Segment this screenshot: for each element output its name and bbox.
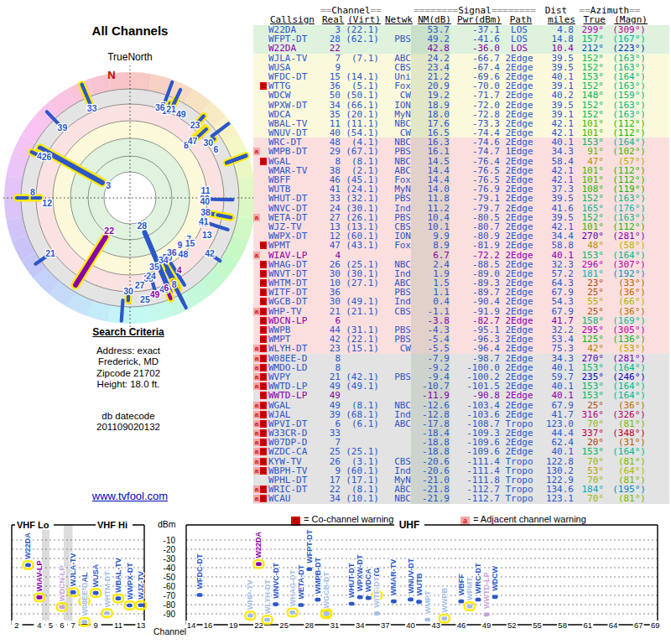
co-warning-icon: [260, 176, 267, 184]
adjacent-warning-icon: a: [253, 420, 260, 428]
chart-callsign-label: WMPB-DT: [314, 557, 322, 594]
radar-channel-label: 21: [166, 104, 176, 114]
true-azimuth-cell: 153°: [574, 447, 604, 456]
pwr-dbm-cell: -72.0: [450, 101, 500, 110]
co-warning-icon: C: [260, 382, 267, 390]
magnetic-azimuth-cell: (53°): [604, 344, 648, 353]
chart-callsign-label: WHTM-DT: [103, 571, 112, 607]
tvfool-link[interactable]: www.tvfool.com: [46, 490, 214, 502]
station-table: ==Channel== ========Signal======== Dist …: [253, 7, 669, 504]
radar-channel-label: 36: [167, 247, 177, 257]
adjacent-warning-icon: a: [253, 382, 260, 390]
table-row: aCW33CR-D33-18.4-109.32Edge44.4337°(348°…: [253, 428, 669, 438]
radar-title: All Channels: [21, 23, 239, 38]
co-warning-icon: [260, 35, 267, 43]
radar-channel-label: 33: [87, 103, 97, 113]
co-warning-icon: [260, 476, 267, 484]
nm-db-cell: 42.8: [411, 44, 450, 53]
table-row: WRC-DT48(4.1)NBC16.3-74.62Edge40.1153°(1…: [253, 138, 669, 147]
network-cell: PBS: [379, 372, 411, 382]
vhf-signal-chart: VHF LoVHF HidBm-10-20-30-40-50-60-70-80-…: [2, 513, 179, 644]
network-cell: ABC: [379, 419, 411, 428]
radar-channel-label: 42: [205, 248, 215, 258]
real-channel-cell: 30: [320, 297, 341, 306]
dbm-tick-label: -10: [164, 536, 176, 545]
table-row: CWGAL8(8.1)NBC14.5-76.42Edge58.447°(57°): [253, 157, 669, 166]
adjacent-warning-icon: [253, 392, 260, 399]
virtual-channel-cell: (50.1): [341, 91, 379, 100]
radar-channel-label: 28: [138, 221, 148, 231]
co-warning-icon: C: [260, 261, 267, 268]
network-cell: PBS: [379, 34, 411, 44]
path-cell: Tropo: [500, 494, 538, 503]
adjacent-warning-icon: [253, 279, 260, 287]
pwr-dbm-cell: -103.4: [450, 401, 500, 410]
magnetic-azimuth-cell: (164°): [604, 391, 648, 400]
radar-channel-label: 15: [185, 238, 195, 248]
table-row: aCW07DP-D7-18.8-109.62Edge62.420°(31°): [253, 438, 669, 447]
virtual-channel-cell: (27.1): [341, 278, 379, 288]
co-warning-icon: C: [260, 82, 267, 90]
magnetic-azimuth-cell: (36°): [604, 401, 648, 410]
adjacent-warning-icon: a: [253, 364, 260, 371]
channel-tick-label: 46: [457, 621, 466, 630]
nm-db-cell: -21.9: [411, 494, 450, 503]
dbm-tick-label: -70: [164, 591, 176, 600]
true-azimuth-cell: 148°: [574, 91, 604, 100]
radar-channel-label: 12: [42, 198, 52, 208]
table-row: WBAL-TV11(11.1)NBC17.6-73.32Edge42.1101°…: [253, 119, 669, 128]
virtual-channel-cell: (32.1): [341, 194, 379, 203]
path-cell: 2Edge: [500, 401, 538, 410]
radar-channel-label: 39: [58, 122, 68, 132]
adjacent-warning-icon: a: [253, 486, 260, 493]
adjacent-warning-icon: a: [253, 411, 260, 418]
channel-tick-label: 49: [482, 621, 492, 630]
callsign-cell: W22DA: [267, 44, 320, 53]
adjacent-warning-icon: a: [253, 402, 260, 409]
table-row: WNVC-DT24(30.1)Ind11.2-79.72Edge41.6165°…: [253, 204, 669, 213]
adjacent-warning-icon: [253, 317, 260, 325]
search-height: Height: 18.0 ft.: [23, 379, 233, 391]
chart-callsign-label: W08EE-D: [81, 582, 89, 616]
virtual-channel-cell: (7.1): [341, 54, 379, 63]
adjacent-warning-icon: [253, 73, 260, 80]
adjacent-warning-icon: a: [253, 458, 260, 465]
co-warning-icon: [260, 167, 267, 174]
virtual-channel-cell: (66.1): [341, 101, 379, 110]
real-channel-cell: 34: [320, 101, 341, 110]
channel-tick-label: 69: [651, 621, 660, 630]
callsign-cell: WGAL: [267, 401, 320, 410]
dbm-tick-label: -80: [164, 600, 176, 610]
chart-callsign-label: WDCN-LP: [58, 565, 66, 601]
dbm-tick-label: -20: [164, 545, 176, 554]
co-warning-icon: C: [260, 439, 267, 446]
chart-callsign-label: WLYH-DT: [263, 579, 272, 614]
pwr-dbm-cell: -90.4: [450, 297, 500, 306]
pwr-dbm-cell: -96.4: [450, 344, 500, 353]
adjacent-warning-icon: [253, 298, 260, 305]
adjacent-warning-icon: [253, 64, 260, 71]
channel-tick-label: 19: [229, 621, 238, 630]
true-azimuth-cell: 42°: [574, 344, 604, 353]
callsign-cell: WGCB-DT: [267, 297, 320, 306]
real-channel-cell: 29: [320, 147, 341, 156]
network-cell: PBS: [379, 194, 411, 203]
dbm-tick-label: -90: [164, 610, 176, 619]
radar-channel-label: 49: [150, 289, 160, 299]
radar-channel-label: 25: [140, 294, 150, 304]
magnetic-azimuth-cell: (163°): [604, 101, 648, 110]
magnetic-azimuth-cell: (66°): [604, 297, 648, 306]
chart-callsign-label: WGCB-DT: [322, 571, 330, 608]
table-row: CWTTG36(5.1)Fox20.9-70.02Edge39.1152°(16…: [253, 81, 669, 91]
table-row: W22DA2242.8-36.0LOS10.4212°(223°): [253, 44, 669, 53]
co-warning-icon: C: [260, 279, 267, 287]
real-channel-cell: 4: [320, 251, 341, 260]
adjacent-warning-icon: a: [253, 308, 260, 315]
true-north-label: TrueNorth: [107, 51, 153, 63]
table-row: CWPMT47(43.1)Fox8.9-81.92Edge58.848°(58°…: [253, 241, 669, 250]
adjacent-warning-icon: [253, 35, 260, 43]
co-warning-icon: C: [260, 335, 267, 343]
co-warning-icon: [260, 64, 267, 71]
adjacent-warning-icon: [253, 55, 260, 62]
true-azimuth-cell: 48°: [574, 241, 604, 250]
